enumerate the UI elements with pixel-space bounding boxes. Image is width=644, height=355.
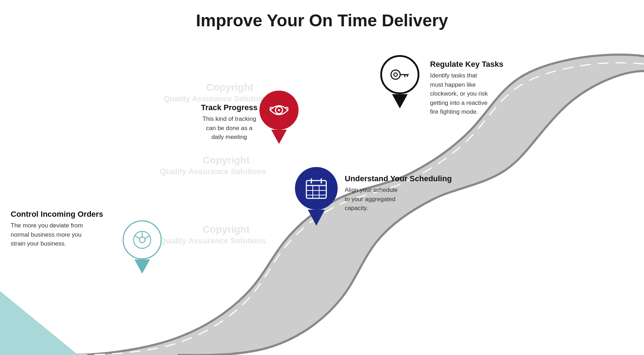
control-incoming-body: The more you deviate fromnormal business… bbox=[11, 221, 110, 248]
decorative-triangle bbox=[0, 291, 78, 355]
understand-scheduling-pin bbox=[295, 167, 338, 226]
track-progress-text: Track Progress This kind of trackingcan … bbox=[188, 103, 270, 142]
understand-scheduling-pin-tail bbox=[308, 210, 325, 226]
understand-scheduling-pin-circle bbox=[295, 167, 338, 210]
regulate-key-tasks-pin bbox=[380, 55, 419, 108]
svg-point-1 bbox=[278, 109, 280, 111]
regulate-key-tasks-body: Identify tasks thatmust happen likeclock… bbox=[430, 71, 533, 117]
svg-point-19 bbox=[391, 70, 400, 79]
regulate-key-tasks-title: Regulate Key Tasks bbox=[430, 60, 533, 69]
steering-wheel-icon bbox=[132, 229, 153, 251]
svg-line-17 bbox=[135, 236, 140, 238]
regulate-key-tasks-pin-tail bbox=[392, 94, 408, 108]
svg-rect-6 bbox=[306, 181, 326, 198]
understand-scheduling-text: Understand Your Scheduling Align your sc… bbox=[345, 174, 458, 213]
track-progress-title: Track Progress bbox=[188, 103, 270, 112]
regulate-key-tasks-pin-circle bbox=[380, 55, 419, 94]
key-icon bbox=[389, 64, 410, 85]
regulate-key-tasks-text: Regulate Key Tasks Identify tasks thatmu… bbox=[430, 60, 533, 117]
control-incoming-text: Control Incoming Orders The more you dev… bbox=[11, 210, 110, 248]
svg-point-20 bbox=[394, 73, 397, 76]
control-incoming-pin bbox=[123, 220, 162, 274]
page-title: Improve Your On Time Delivery bbox=[0, 0, 644, 30]
control-incoming-pin-circle bbox=[123, 220, 162, 259]
control-incoming-pin-tail bbox=[134, 259, 150, 274]
understand-scheduling-body: Align your scheduleto your aggregatedcap… bbox=[345, 185, 458, 213]
track-progress-body: This kind of trackingcan be done as adai… bbox=[188, 114, 270, 142]
understand-scheduling-title: Understand Your Scheduling bbox=[345, 174, 458, 183]
svg-point-15 bbox=[139, 237, 145, 243]
control-incoming-title: Control Incoming Orders bbox=[11, 210, 110, 219]
track-progress-pin-tail bbox=[271, 130, 287, 144]
eye-icon bbox=[268, 99, 290, 121]
svg-line-18 bbox=[145, 236, 150, 238]
calendar-icon bbox=[304, 176, 329, 201]
